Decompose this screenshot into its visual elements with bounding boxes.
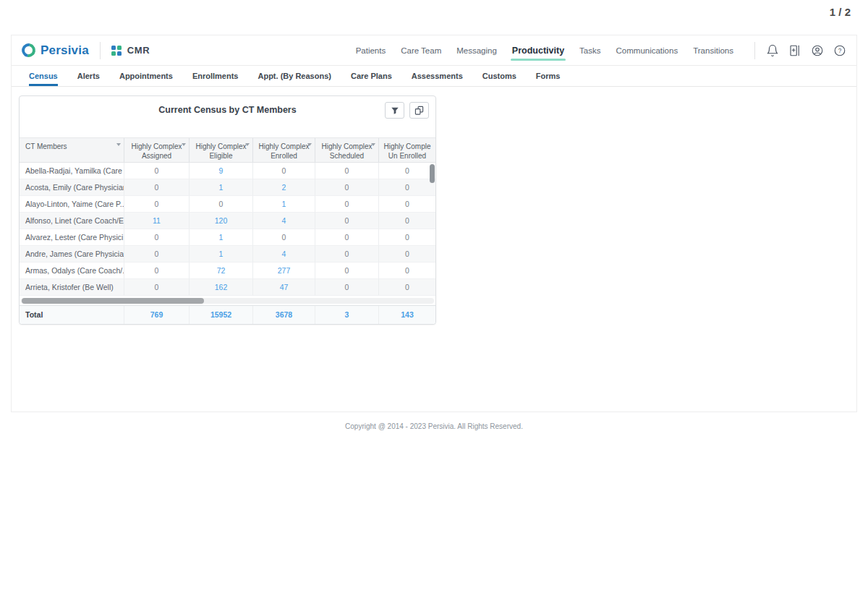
count-cell: 0 xyxy=(379,163,435,179)
panel-title: Current Census by CT Members xyxy=(20,96,435,115)
help-icon[interactable]: ? xyxy=(833,44,846,57)
count-link[interactable]: 11 xyxy=(124,213,190,229)
count-cell: 0 xyxy=(379,246,435,263)
member-name-cell: Andre, James (Care Physicia... xyxy=(20,246,124,263)
tab-enrollments[interactable]: Enrollments xyxy=(192,66,239,86)
count-link[interactable]: 2 xyxy=(253,179,315,196)
nav-item-messaging[interactable]: Messaging xyxy=(456,43,497,58)
nav-item-communications[interactable]: Communications xyxy=(616,43,678,58)
count-link[interactable]: 72 xyxy=(190,263,253,279)
notification-bell-icon[interactable] xyxy=(766,44,779,57)
persivia-logo-icon xyxy=(19,40,38,59)
table-row: Alayo-Linton, Yaime (Care P...00100 xyxy=(20,196,435,213)
count-cell: 0 xyxy=(253,229,315,246)
member-name-cell: Acosta, Emily (Care Physician) xyxy=(20,179,124,196)
count-link[interactable]: 9 xyxy=(190,163,253,179)
count-cell: 0 xyxy=(315,263,379,279)
column-header-highly-comple-un-enrolled[interactable]: Highly CompleUn Enrolled xyxy=(379,138,435,162)
tab-census[interactable]: Census xyxy=(29,66,58,86)
count-cell: 0 xyxy=(315,196,379,213)
export-button[interactable] xyxy=(409,102,429,119)
count-link[interactable]: 120 xyxy=(190,213,253,229)
count-cell: 0 xyxy=(379,179,435,196)
tab-customs[interactable]: Customs xyxy=(482,66,516,86)
nav-item-tasks[interactable]: Tasks xyxy=(579,43,600,58)
nav-item-patients[interactable]: Patients xyxy=(356,43,386,58)
column-header-highly-complex-assigned[interactable]: Highly ComplexAssigned xyxy=(124,138,190,162)
content-area: Current Census by CT Members CT MembersH… xyxy=(12,87,856,325)
column-header-ct-members[interactable]: CT Members xyxy=(20,138,124,162)
export-copy-icon xyxy=(414,106,424,115)
count-link[interactable]: 162 xyxy=(190,279,253,296)
total-count-link[interactable]: 15952 xyxy=(190,306,253,324)
app-frame: Persivia CMR PatientsCare TeamMessagingP… xyxy=(11,35,857,412)
column-header-highly-complex-scheduled[interactable]: Highly ComplexScheduled xyxy=(315,138,379,162)
page-indicator: 1 / 2 xyxy=(830,6,851,18)
member-name-cell: Arrieta, Kristofer (Be Well) xyxy=(20,279,124,296)
table-row: Acosta, Emily (Care Physician)01200 xyxy=(20,179,435,196)
app-switcher[interactable]: CMR xyxy=(111,45,150,56)
app-name: CMR xyxy=(127,45,150,56)
count-cell: 0 xyxy=(124,163,190,179)
count-link[interactable]: 47 xyxy=(253,279,315,296)
census-panel: Current Census by CT Members CT MembersH… xyxy=(19,95,436,325)
persivia-logo[interactable]: Persivia xyxy=(22,43,89,58)
count-cell: 0 xyxy=(379,279,435,296)
top-nav: PatientsCare TeamMessagingProductivityTa… xyxy=(356,43,733,59)
count-cell: 0 xyxy=(379,196,435,213)
tab-appt-by-reasons[interactable]: Appt. (By Reasons) xyxy=(258,66,331,86)
tab-care-plans[interactable]: Care Plans xyxy=(351,66,392,86)
column-header-highly-complex-enrolled[interactable]: Highly ComplexEnrolled xyxy=(253,138,315,162)
table-row: Alfonso, Linet (Care Coach/E...11120400 xyxy=(20,213,435,229)
sort-chevron-icon xyxy=(116,143,121,146)
count-cell: 0 xyxy=(190,196,253,213)
table-row: Armas, Odalys (Care Coach/...07227700 xyxy=(20,263,435,279)
count-link[interactable]: 4 xyxy=(253,213,315,229)
account-icon[interactable] xyxy=(811,44,824,57)
page: 1 / 2 Persivia CMR PatientsCare TeamMess… xyxy=(0,0,868,614)
total-count-link[interactable]: 3678 xyxy=(253,306,315,324)
nav-item-transitions[interactable]: Transitions xyxy=(693,43,733,58)
horizontal-scrollbar-area xyxy=(20,296,435,305)
member-name-cell: Alvarez, Lester (Care Physici... xyxy=(20,229,124,246)
total-count-link[interactable]: 3 xyxy=(315,306,379,324)
table-row: Abella-Radjai, Yamilka (Care ...09000 xyxy=(20,163,435,179)
count-cell: 0 xyxy=(124,263,190,279)
header-divider-right xyxy=(754,42,755,59)
tab-appointments[interactable]: Appointments xyxy=(119,66,173,86)
tab-alerts[interactable]: Alerts xyxy=(77,66,100,86)
count-cell: 0 xyxy=(379,229,435,246)
count-link[interactable]: 277 xyxy=(253,263,315,279)
tab-assessments[interactable]: Assessments xyxy=(412,66,463,86)
count-cell: 0 xyxy=(315,229,379,246)
tab-bar: CensusAlertsAppointmentsEnrollmentsAppt.… xyxy=(12,66,856,87)
panel-toolbar xyxy=(385,102,429,119)
tab-forms[interactable]: Forms xyxy=(536,66,561,86)
panel-header: Current Census by CT Members xyxy=(20,96,435,137)
persivia-logo-text: Persivia xyxy=(41,43,89,58)
count-link[interactable]: 1 xyxy=(253,196,315,213)
footer-copyright: Copyright @ 2014 - 2023 Persivia. All Ri… xyxy=(0,422,868,430)
count-link[interactable]: 1 xyxy=(190,229,253,246)
member-name-cell: Abella-Radjai, Yamilka (Care ... xyxy=(20,163,124,179)
filter-funnel-icon xyxy=(391,106,399,115)
nav-item-care-team[interactable]: Care Team xyxy=(401,43,441,58)
table-row: Andre, James (Care Physicia...01400 xyxy=(20,246,435,263)
table-body: Abella-Radjai, Yamilka (Care ...09000Aco… xyxy=(20,163,435,296)
count-cell: 0 xyxy=(315,246,379,263)
horizontal-scrollbar[interactable] xyxy=(22,298,204,304)
count-cell: 0 xyxy=(315,179,379,196)
sort-chevron-icon xyxy=(371,143,375,146)
count-link[interactable]: 1 xyxy=(190,246,253,263)
vertical-scrollbar[interactable] xyxy=(430,164,435,183)
filter-button[interactable] xyxy=(385,102,404,119)
count-link[interactable]: 1 xyxy=(190,179,253,196)
count-cell: 0 xyxy=(315,163,379,179)
total-count-link[interactable]: 143 xyxy=(379,306,435,324)
nav-item-productivity[interactable]: Productivity xyxy=(512,43,564,59)
total-count-link[interactable]: 769 xyxy=(124,306,190,324)
count-cell: 0 xyxy=(124,229,190,246)
column-header-highly-complex-eligible[interactable]: Highly ComplexEligible xyxy=(190,138,253,162)
door-exit-icon[interactable] xyxy=(788,44,801,57)
count-link[interactable]: 4 xyxy=(253,246,315,263)
